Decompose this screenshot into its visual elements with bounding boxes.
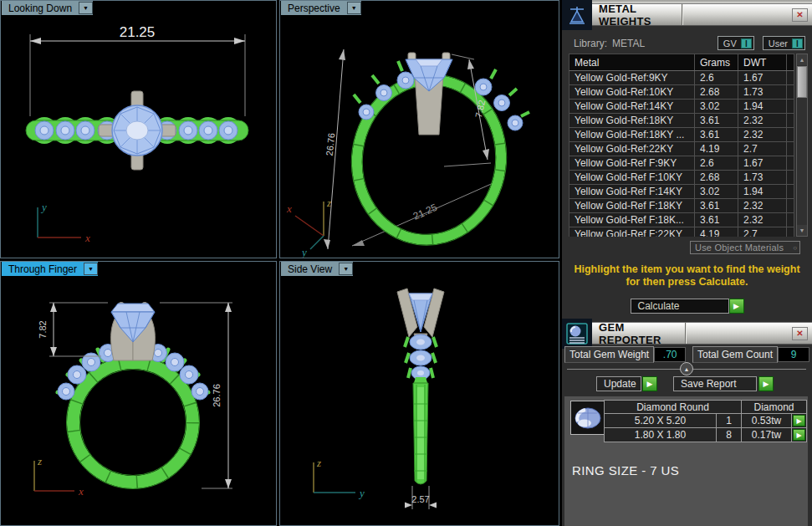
axis-y-label: y: [300, 246, 307, 258]
axis-x-label: x: [286, 202, 292, 215]
gv-button[interactable]: GV I: [718, 36, 754, 50]
table-row[interactable]: Yellow Gold-Ref F:18KY 3.61 2.32: [569, 199, 794, 213]
viewport-side-view[interactable]: 2.57 z y Side View ▼: [279, 261, 559, 526]
viewport-looking-down[interactable]: 21.25: [0, 0, 277, 258]
total-gem-count-value[interactable]: 9: [778, 347, 809, 362]
gv-indicator: I: [741, 38, 752, 49]
user-button[interactable]: User I: [763, 36, 805, 50]
scale-icon: [562, 0, 592, 30]
metal-weights-table: Metal Grams DWT Yellow Gold-Ref:9KY 2.6 …: [569, 54, 794, 237]
table-row[interactable]: Yellow Gold-Ref F:10KY 2.68 1.73: [569, 171, 794, 185]
update-go-icon[interactable]: ▶: [642, 376, 657, 391]
header-divider: [682, 4, 682, 25]
calculate-go-icon[interactable]: ▶: [729, 299, 744, 314]
chevron-down-icon[interactable]: ▼: [347, 2, 361, 14]
viewport-through-finger[interactable]: 7.82 26.76 z x Through Finger ▼: [0, 261, 277, 526]
use-object-materials-toggle[interactable]: Use Object Materials ○: [690, 241, 800, 254]
axis-z-label: z: [316, 457, 321, 469]
total-gem-count-label: Total Gem Count: [692, 346, 778, 363]
dim-label: 21.25: [120, 24, 156, 40]
table-row[interactable]: Yellow Gold-Ref F:18K... 3.61 2.32: [569, 213, 794, 227]
center-stone-head: [111, 303, 156, 361]
scrollbar-thumb[interactable]: [797, 66, 807, 98]
axis-y-label: y: [40, 201, 47, 213]
ring-side-view-drawing: 2.57 z y: [280, 262, 559, 525]
jewelry-cad-window: 21.25: [0, 0, 812, 526]
library-value: METAL: [612, 38, 645, 49]
view-label: Looking Down: [8, 3, 72, 14]
scroll-down-icon[interactable]: ▼: [797, 225, 807, 236]
panel-title: METAL WEIGHTS: [592, 3, 682, 28]
scroll-up-icon[interactable]: ▲: [797, 54, 807, 65]
table-row[interactable]: Yellow Gold-Ref F:22KY 4.19 2.7: [569, 227, 794, 237]
table-row[interactable]: Yellow Gold-Ref:18KY ... 3.61 2.32: [569, 128, 794, 142]
axis-x-label: x: [78, 485, 84, 498]
header-divider: [685, 323, 686, 344]
center-stone-head: [406, 53, 452, 135]
chevron-down-icon[interactable]: ▼: [84, 263, 98, 275]
library-label: Library:: [574, 38, 607, 49]
col-dwt: DWT: [738, 54, 787, 70]
save-report-go-icon[interactable]: ▶: [758, 376, 774, 391]
dim-label: 26.76: [324, 132, 337, 156]
table-row[interactable]: Yellow Gold-Ref F:9KY 2.6 1.67: [569, 156, 794, 171]
view-selector-side-view[interactable]: Side View ▼: [281, 262, 353, 276]
ring-top-view-drawing: 21.25: [1, 1, 276, 258]
calculate-row: Calculate ▶: [562, 299, 812, 314]
close-icon[interactable]: ✕: [792, 8, 808, 22]
gem-reporter-icon: [562, 319, 592, 349]
total-gem-weight-label: Total Gem Weight: [564, 346, 654, 363]
view-selector-looking-down[interactable]: Looking Down ▼: [2, 1, 93, 15]
dimension-width: 2.57: [405, 486, 437, 509]
table-row[interactable]: Yellow Gold-Ref F:14KY 3.02 1.94: [569, 185, 794, 199]
user-indicator: I: [792, 38, 803, 49]
axis-z-label: z: [326, 197, 331, 209]
viewport-perspective[interactable]: 21.25: [279, 0, 559, 258]
gem-report-table: Diamond Round Diamond 5.20 X 5.20 1 0.53…: [604, 400, 807, 442]
table-row[interactable]: Yellow Gold-Ref:10KY 2.68 1.73: [569, 85, 794, 100]
view-label: Through Finger: [8, 263, 77, 275]
dim-label: 21.25: [411, 202, 439, 222]
save-report-button[interactable]: Save Report: [673, 376, 757, 391]
gem-row-go-icon[interactable]: ▶: [793, 429, 805, 441]
chevron-down-icon[interactable]: ▼: [339, 263, 353, 275]
library-row: Library: METAL GV I User I: [574, 36, 805, 50]
gem-row[interactable]: 5.20 X 5.20 1 0.53tw ▶: [604, 414, 807, 428]
axis-z-label: z: [37, 455, 42, 467]
axis-gizmo: z x y: [286, 197, 331, 258]
col-grams: Grams: [695, 54, 738, 70]
dim-label: 2.57: [411, 494, 429, 504]
calculate-button[interactable]: Calculate: [631, 299, 729, 314]
view-selector-perspective[interactable]: Perspective ▼: [281, 1, 361, 15]
close-icon[interactable]: ✕: [792, 327, 808, 340]
axis-y-label: y: [358, 487, 365, 499]
gem-table-header: Diamond Round Diamond: [604, 400, 807, 414]
view-label: Perspective: [288, 3, 340, 14]
gem-row-go-icon[interactable]: ▶: [793, 415, 805, 426]
right-sidebar: METAL WEIGHTS ✕ Library: METAL GV I User…: [562, 0, 812, 526]
gem-row[interactable]: 1.80 X 1.80 8 0.17tw ▶: [604, 428, 807, 442]
diamond-preview-image: [570, 401, 605, 435]
table-row[interactable]: Yellow Gold-Ref:9KY 2.6 1.67: [569, 71, 794, 85]
ring-perspective-drawing: 21.25: [280, 1, 559, 258]
panel-title: GEM REPORTER: [592, 321, 685, 346]
table-row[interactable]: Yellow Gold-Ref:14KY 3.02 1.94: [569, 100, 794, 114]
gem-type-header: Diamond: [742, 400, 807, 414]
table-row[interactable]: Yellow Gold-Ref:18KY 3.61 2.32: [569, 114, 794, 128]
gem-report-section: Diamond Round Diamond 5.20 X 5.20 1 0.53…: [564, 396, 808, 526]
view-selector-through-finger[interactable]: Through Finger ▼: [2, 262, 98, 276]
axis-x-label: x: [84, 232, 90, 244]
radio-icon[interactable]: ○: [793, 244, 797, 252]
axis-gizmo: z x: [34, 455, 84, 498]
ring-front-view-drawing: 7.82 26.76 z x: [1, 262, 276, 525]
total-gem-weight-value[interactable]: .70: [654, 347, 686, 362]
stacked-gems: [405, 334, 437, 380]
ring-size-label: RING SIZE - 7 US: [572, 463, 679, 477]
chevron-down-icon[interactable]: ▼: [79, 2, 93, 14]
table-row[interactable]: Yellow Gold-Ref:22KY 4.19 2.7: [569, 142, 794, 156]
update-button[interactable]: Update: [596, 376, 641, 391]
scrollbar[interactable]: ▲ ▼: [796, 54, 808, 237]
collapse-handle-icon[interactable]: ▲: [680, 362, 693, 375]
calculate-hint: Highlight the item you want to find the …: [564, 263, 810, 289]
col-metal: Metal: [569, 54, 695, 70]
